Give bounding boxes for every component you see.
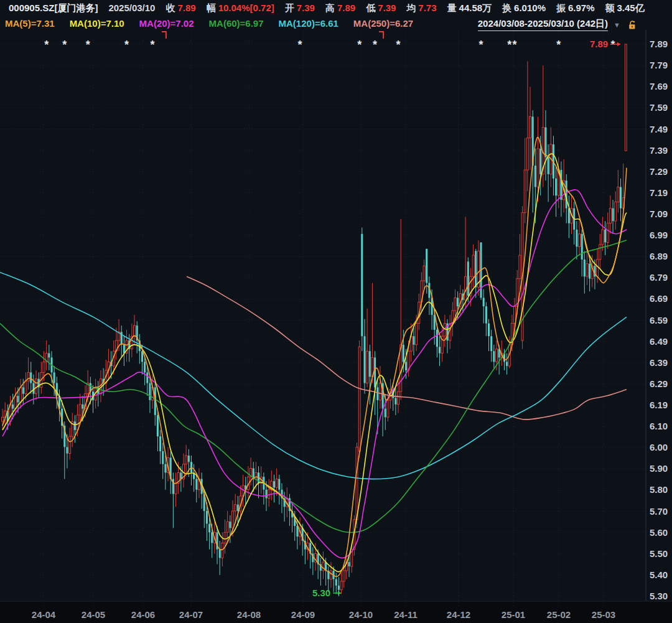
quote-field-振: 振6.97% [556,2,595,14]
y-tick-label: 6.69 [650,293,668,304]
quote-field-幅: 幅10.04%[0.72] [207,2,274,14]
y-tick-label: 7.79 [650,60,668,70]
legend-item-ma60: MA(60)=6.97 [209,18,264,29]
asterisk-marker: * [611,39,615,51]
field-label: 高 [325,2,335,14]
x-tick-label: 24-05 [82,609,105,620]
quote-field-额: 额3.45亿 [605,2,645,14]
field-value: 3.45亿 [617,2,645,14]
quote-date: 2025/03/10 [108,2,155,13]
field-value: 10.04%[0.72] [218,2,274,13]
field-value: 44.58万 [459,2,492,14]
asterisk-marker: * [124,39,129,51]
asterisk-marker: * [86,39,90,51]
y-tick-label: 6.19 [650,400,668,410]
x-tick-label: 24-08 [237,609,261,620]
stock-chart-app: { "header": { "symbol": "000905.SZ[厦门港务]… [0,0,672,623]
asterisk-marker: * [357,39,362,51]
y-tick-label: 7.49 [650,124,668,134]
chevron-down-icon[interactable]: ▼ [614,21,620,29]
x-tick-label: 24-09 [291,609,315,620]
y-tick-label: 7.09 [650,208,668,219]
y-tick-label: 7.59 [650,102,668,113]
quote-field-低: 低7.39 [366,2,396,14]
y-tick-label: 6.89 [650,251,668,261]
x-tick-label: 24-06 [131,609,155,620]
asterisk-marker: * [373,39,377,51]
field-value: 7.89 [337,2,355,13]
legend-item-ma5: MA(5)=7.31 [5,18,55,29]
x-tick-label: 24-12 [447,609,470,620]
y-tick-label: 5.50 [650,548,668,559]
asterisk-marker: * [478,39,483,51]
y-tick-label: 6.29 [650,378,668,389]
quote-field-收: 收7.89 [166,2,195,14]
asterisk-marker: * [396,39,400,51]
y-tick-label: 5.70 [650,506,668,517]
asterisk-marker: * [556,39,561,51]
x-tick-label: 24-07 [179,609,203,620]
quote-field-量: 量44.58万 [447,2,492,14]
y-tick-label: 6.79 [650,272,668,283]
x-tick-label: 25-02 [547,609,571,620]
quote-header: 000905.SZ[厦门港务] 2025/03/10 收7.89幅10.04%[… [9,2,645,14]
y-tick-label: 5.90 [650,463,668,474]
kline-chart[interactable]: **************7.895.307.897.797.697.597.… [0,0,672,623]
y-tick-label: 7.29 [650,166,668,177]
x-tick-label: 24-04 [32,609,56,620]
field-label: 量 [447,2,457,14]
quote-fields: 收7.89幅10.04%[0.72]开7.39高7.89低7.39均7.73量4… [166,2,644,14]
field-value: 7.89 [177,2,195,13]
quote-field-高: 高7.89 [325,2,355,14]
y-tick-label: 6.59 [650,315,668,326]
asterisk-marker: * [298,39,302,51]
y-tick-label: 5.80 [650,484,668,495]
low-price-label: 5.30 [312,588,330,598]
legend-item-ma20: MA(20)=7.02 [139,18,194,29]
y-tick-label: 5.40 [650,569,668,580]
y-tick-label: 6.39 [650,357,668,368]
y-tick-label: 6.00 [650,442,668,452]
x-tick-label: 25-01 [502,609,525,620]
field-label: 低 [366,2,375,14]
high-price-label: 7.89 [590,39,608,49]
y-tick-label: 7.69 [650,81,668,91]
asterisk-marker: * [151,39,155,51]
y-tick-label: 7.19 [650,187,668,198]
legend-item-ma120: MA(120)=6.61 [279,18,338,29]
quote-field-换: 换6.010% [502,2,546,14]
lock-button[interactable] [627,19,637,30]
asterisk-marker: * [507,39,511,51]
y-tick-label: 5.60 [650,527,668,538]
field-value: 7.73 [418,2,436,13]
unlock-icon [627,19,637,30]
quote-field-开: 开7.39 [285,2,315,14]
symbol-title: 000905.SZ[厦门港务] [9,2,98,14]
field-label: 开 [285,2,294,14]
range-control[interactable]: 2024/03/08-2025/03/10 (242日) ▼ [478,18,637,31]
y-tick-label: 7.89 [650,39,668,49]
y-tick-label: 7.39 [650,145,668,156]
field-label: 振 [556,2,566,14]
y-tick-label: 6.49 [650,336,668,347]
legend-item-ma10: MA(10)=7.10 [70,18,124,29]
asterisk-marker: * [513,39,517,51]
y-tick-label: 6.99 [650,230,668,240]
quote-field-均: 均7.73 [406,2,436,14]
y-tick-label: 5.30 [650,591,668,601]
field-value: 7.39 [378,2,396,13]
x-tick-label: 24-11 [394,609,418,620]
field-value: 7.39 [297,2,315,13]
asterisk-marker: * [44,39,49,51]
x-tick-label: 25-03 [592,609,615,620]
field-label: 换 [502,2,511,14]
field-label: 幅 [207,2,216,14]
ma-legend: MA(5)=7.31MA(10)=7.10MA(20)=7.02MA(60)=6… [5,18,413,29]
asterisk-marker: * [62,39,67,51]
field-label: 收 [166,2,175,14]
y-tick-label: 6.10 [650,421,668,431]
date-range-label[interactable]: 2024/03/08-2025/03/10 (242日) [478,18,608,31]
field-label: 额 [605,2,615,14]
field-label: 均 [406,2,416,14]
field-value: 6.010% [514,2,546,13]
